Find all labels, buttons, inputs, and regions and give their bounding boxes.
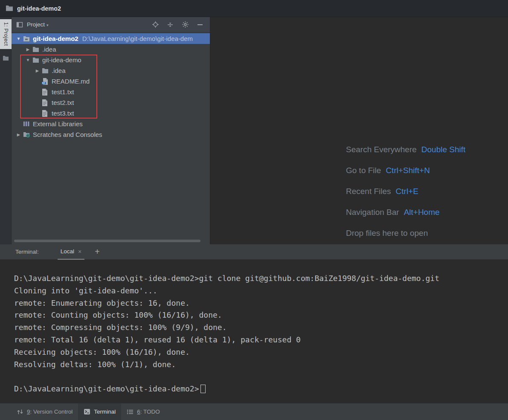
terminal-text: D:\JavaLearning\git-demo\git-idea-demo2>… bbox=[14, 274, 439, 283]
shortcut-hint-line: Drop files here to open bbox=[346, 223, 465, 243]
tree-item-test2-txt[interactable]: test2.txt bbox=[12, 97, 210, 108]
shortcut-action-label: Go to File bbox=[346, 166, 381, 175]
tree-item-readme-md[interactable]: README.md bbox=[12, 76, 210, 87]
terminal-output-line: remote: Enumerating objects: 16, done. bbox=[14, 297, 508, 310]
folder-icon bbox=[32, 46, 40, 53]
tree-item-label: git-idea-demo bbox=[42, 56, 81, 64]
label-text: Terminal bbox=[94, 408, 116, 415]
collapse-all-icon[interactable] bbox=[166, 21, 174, 29]
terminal-text: remote: Total 16 (delta 1), reused 16 (d… bbox=[14, 335, 301, 344]
tree-item-external-libraries[interactable]: External Libraries bbox=[12, 119, 210, 129]
tree-item-label: test2.txt bbox=[52, 99, 74, 106]
project-folder-icon bbox=[23, 35, 30, 42]
terminal-text: Cloning into 'git-idea-demo'... bbox=[14, 286, 157, 295]
project-folder-icon bbox=[6, 5, 13, 12]
tree-item-scratches-and-consoles[interactable]: ▶Scratches and Consoles bbox=[12, 129, 210, 140]
shortcut-action-label: Navigation Bar bbox=[346, 208, 399, 217]
text-file-icon bbox=[42, 89, 49, 96]
statusbar-tab-label: 6: TODO bbox=[137, 408, 160, 415]
label-text: : TODO bbox=[140, 408, 160, 415]
new-session-button[interactable]: + bbox=[95, 247, 100, 257]
terminal-icon bbox=[84, 408, 90, 415]
terminal-output-line: Receiving objects: 100% (16/16), done. bbox=[14, 346, 508, 359]
tree-item-label: .idea bbox=[42, 46, 56, 53]
chevron-expanded-icon[interactable]: ▼ bbox=[14, 36, 23, 41]
tree-item-label: Scratches and Consoles bbox=[33, 131, 102, 138]
tool-window-icon bbox=[16, 21, 23, 29]
tree-item-path: D:\JavaLearning\git-demo\git-idea-dem bbox=[82, 35, 193, 42]
titlebar: git-idea-demo2 bbox=[0, 0, 508, 17]
tree-item-git-idea-demo[interactable]: ▼git-idea-demo bbox=[12, 55, 210, 65]
terminal-output[interactable]: D:\JavaLearning\git-demo\git-idea-demo2>… bbox=[0, 260, 508, 395]
tree-item-git-idea-demo2[interactable]: ▼git-idea-demo2D:\JavaLearning\git-demo\… bbox=[12, 33, 210, 44]
statusbar-tab-label: Terminal bbox=[94, 408, 116, 415]
tree-item-label: git-idea-demo2 bbox=[33, 35, 78, 42]
chevron-collapsed-icon[interactable]: ▶ bbox=[14, 132, 23, 137]
terminal-cursor bbox=[200, 385, 206, 393]
terminal-text: Resolving deltas: 100% (1/1), done. bbox=[14, 360, 176, 369]
window-title: git-idea-demo2 bbox=[17, 5, 61, 12]
select-opened-file-icon[interactable] bbox=[151, 21, 159, 29]
project-tool-window-icon[interactable] bbox=[3, 55, 9, 61]
statusbar-tab-6-todo[interactable]: 6: TODO bbox=[121, 403, 165, 420]
statusbar-tab-terminal[interactable]: Terminal bbox=[78, 403, 121, 420]
terminal-panel: Terminal: Local × + D:\JavaLearning\git-… bbox=[0, 244, 508, 403]
settings-icon[interactable] bbox=[181, 21, 189, 29]
statusbar-tab-label: 9: Version Control bbox=[27, 408, 73, 415]
todo-icon bbox=[127, 409, 134, 415]
tree-item-label: .idea bbox=[52, 67, 66, 74]
status-bar: 9: Version ControlTerminal6: TODO bbox=[0, 403, 508, 420]
terminal-tab-label: Local bbox=[61, 248, 74, 255]
editor-shortcut-hints: Search EverywhereDouble ShiftGo to FileC… bbox=[346, 139, 465, 243]
chevron-down-icon[interactable]: ▾ bbox=[46, 22, 49, 27]
tree-item-label: test3.txt bbox=[52, 110, 74, 117]
terminal-text: remote: Enumerating objects: 16, done. bbox=[14, 298, 190, 307]
terminal-output-line: remote: Total 16 (delta 1), reused 16 (d… bbox=[14, 334, 508, 346]
panel-header-actions bbox=[151, 21, 204, 29]
text-file-icon bbox=[42, 99, 49, 106]
tree-item-idea[interactable]: ▶.idea bbox=[12, 65, 210, 76]
statusbar-tabs: 9: Version ControlTerminal6: TODO bbox=[11, 403, 165, 420]
tool-stripe-project-button[interactable]: 1: Project bbox=[0, 19, 12, 49]
hide-panel-icon[interactable] bbox=[196, 21, 204, 29]
tree-item-label: External Libraries bbox=[33, 120, 83, 127]
label-text: : Version Control bbox=[30, 408, 73, 415]
editor-area[interactable]: Search EverywhereDouble ShiftGo to FileC… bbox=[210, 17, 508, 244]
chevron-collapsed-icon[interactable]: ▶ bbox=[33, 68, 42, 73]
terminal-label: Terminal: bbox=[15, 249, 39, 255]
shortcut-hint-line: Navigation BarAlt+Home bbox=[346, 202, 465, 223]
chevron-collapsed-icon[interactable]: ▶ bbox=[23, 47, 32, 52]
tree-item-label: README.md bbox=[52, 78, 90, 85]
mnemonic-char: 9 bbox=[27, 408, 30, 415]
terminal-header: Terminal: Local × + bbox=[0, 244, 508, 260]
folder-icon bbox=[42, 67, 49, 74]
terminal-text: Receiving objects: 100% (16/16), done. bbox=[14, 348, 190, 356]
project-panel-header: Project ▾ bbox=[12, 17, 210, 32]
panel-title[interactable]: Project bbox=[27, 21, 45, 28]
terminal-output-line: Cloning into 'git-idea-demo'... bbox=[14, 285, 508, 297]
shortcut-keys: Alt+Home bbox=[404, 208, 440, 217]
project-tool-window: Project ▾ ▼git-idea-demo2D:\JavaLearning… bbox=[12, 17, 210, 244]
terminal-output-line: D:\JavaLearning\git-demo\git-idea-demo2>… bbox=[14, 272, 508, 285]
tree-item-label: test1.txt bbox=[52, 88, 74, 96]
terminal-output-line bbox=[14, 371, 508, 383]
shortcut-hint-line: Recent FilesCtrl+E bbox=[346, 181, 465, 202]
statusbar-tab-9-version-control[interactable]: 9: Version Control bbox=[11, 403, 78, 420]
tree-item-test1-txt[interactable]: test1.txt bbox=[12, 87, 210, 97]
chevron-expanded-icon[interactable]: ▼ bbox=[23, 58, 32, 62]
tree-item-idea[interactable]: ▶.idea bbox=[12, 44, 210, 55]
shortcut-hint-line: Go to FileCtrl+Shift+N bbox=[346, 160, 465, 181]
terminal-text: remote: Counting objects: 100% (16/16), … bbox=[14, 310, 222, 319]
ide-window: git-idea-demo2 1: Project 2: Favorites Z… bbox=[0, 0, 508, 420]
mnemonic-char: 6 bbox=[137, 408, 140, 415]
shortcut-hint-line: Search EverywhereDouble Shift bbox=[346, 139, 465, 160]
terminal-tab-local[interactable]: Local × bbox=[58, 244, 84, 260]
terminal-text: remote: Compressing objects: 100% (9/9),… bbox=[14, 323, 227, 332]
terminal-output-line: D:\JavaLearning\git-demo\git-idea-demo2> bbox=[14, 383, 508, 395]
terminal-text: D:\JavaLearning\git-demo\git-idea-demo2> bbox=[14, 384, 199, 393]
shortcut-keys: Ctrl+Shift+N bbox=[386, 166, 430, 175]
md-file-icon bbox=[42, 78, 49, 85]
close-icon[interactable]: × bbox=[78, 248, 81, 255]
tree-item-test3-txt[interactable]: test3.txt bbox=[12, 108, 210, 119]
horizontal-scrollbar[interactable] bbox=[14, 240, 200, 242]
